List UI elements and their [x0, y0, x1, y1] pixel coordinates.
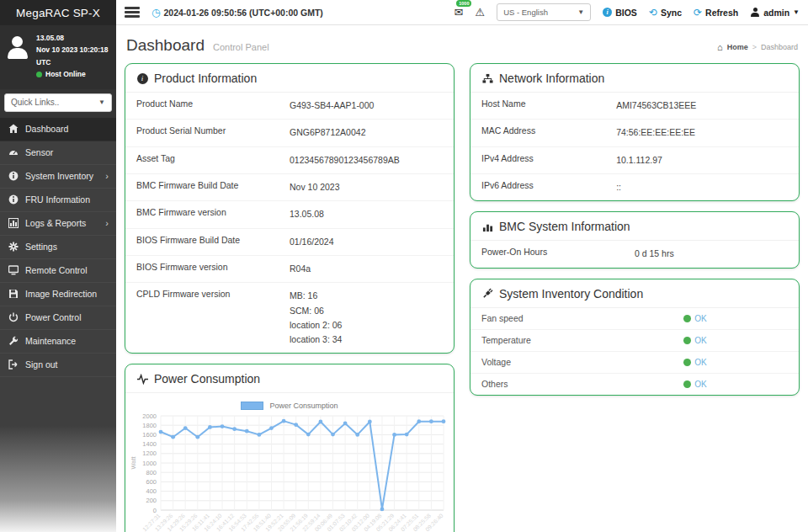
refresh-icon: ⟳	[694, 7, 702, 19]
info-icon	[8, 171, 19, 182]
info-icon	[8, 194, 19, 205]
row-label: Fan speed	[481, 313, 683, 323]
row-value: G493-SB4-AAP1-000	[290, 98, 443, 113]
chevron-right-icon: ›	[105, 171, 109, 181]
svg-text:1800: 1800	[142, 422, 157, 429]
status-badge: OK	[694, 336, 706, 345]
alerts-icon[interactable]: ⚠	[475, 6, 485, 19]
table-row: MAC Address74:56:EE:EE:EE:EE	[470, 120, 799, 146]
row-value: ::	[616, 180, 788, 194]
sidebar-item-label: Settings	[25, 242, 109, 252]
row-label: IPv6 Address	[481, 180, 616, 194]
table-row: TemperatureOK	[470, 330, 799, 352]
sitemap-icon	[481, 72, 493, 84]
panel-title: Power Consumption	[154, 372, 260, 386]
table-row: BMC Firmware Build DateNov 10 2023	[125, 174, 454, 201]
brand-title: MegaRAC SP-X	[0, 0, 116, 25]
row-value: 0 d 15 hrs	[635, 247, 788, 261]
sidebar-item-system-inventory[interactable]: System Inventory›	[0, 165, 116, 189]
home-icon: ⌂	[717, 42, 723, 52]
host-online-label: Host Online	[45, 68, 86, 80]
row-label: Power-On Hours	[481, 247, 635, 261]
status-badge: OK	[694, 380, 706, 389]
home-icon	[8, 124, 19, 135]
product-information-panel: i Product Information Product NameG493-S…	[125, 63, 454, 354]
sidebar-item-settings[interactable]: Settings	[0, 236, 116, 259]
sidebar-item-label: Maintenance	[25, 336, 109, 346]
sidebar-item-label: System Inventory	[25, 171, 105, 181]
bios-info-icon: i	[603, 8, 612, 17]
sidebar-item-label: Logs & Reports	[25, 218, 105, 228]
pulse-icon	[136, 373, 148, 385]
row-label: BIOS Firmware version	[136, 262, 290, 276]
messages-icon[interactable]: ✉ 1000	[454, 6, 464, 19]
row-label: Product Name	[136, 98, 290, 113]
sidebar-item-label: Power Control	[25, 312, 109, 322]
status-badge: OK	[694, 358, 706, 367]
svg-text:1600: 1600	[142, 431, 157, 439]
status-ok-dot	[683, 359, 691, 366]
legend-label: Power Consumption	[269, 402, 338, 410]
circle-info-icon: i	[136, 72, 148, 84]
sidebar-item-image-redirection[interactable]: Image Redirection	[0, 283, 116, 306]
menu-toggle-icon[interactable]	[125, 5, 140, 20]
breadcrumb-home[interactable]: Home	[727, 43, 748, 51]
plug-icon	[481, 288, 493, 300]
status-ok-dot	[683, 315, 691, 322]
row-label: Voltage	[481, 357, 683, 367]
sidebar-item-label: Image Redirection	[25, 289, 109, 299]
row-label: MAC Address	[481, 125, 616, 140]
sidebar-item-fru-information[interactable]: FRU Information	[0, 189, 116, 212]
row-label: Others	[481, 379, 683, 389]
sidebar-item-dashboard[interactable]: Dashboard	[0, 118, 116, 141]
sync-button[interactable]: ⟲ Sync	[649, 7, 682, 19]
disk-icon	[8, 289, 19, 300]
chart-legend[interactable]: Power Consumption	[127, 398, 452, 411]
row-value: GNG6P8712A0042	[290, 125, 443, 140]
svg-text:1000: 1000	[142, 460, 157, 467]
legend-swatch	[241, 402, 263, 410]
clock-icon: ◷	[152, 7, 160, 19]
firmware-version: 13.05.08	[36, 32, 111, 44]
system-inventory-condition-panel: System Inventory Condition Fan speedOKTe…	[470, 279, 800, 396]
user-icon	[750, 8, 760, 18]
row-value: AMI74563CB13EEE	[616, 98, 788, 113]
refresh-button[interactable]: ⟳ Refresh	[694, 7, 738, 19]
chart-svg: 020040060080010001200140016001800200012:…	[127, 411, 450, 532]
row-label: Temperature	[481, 335, 683, 345]
sidebar-item-label: Sensor	[25, 147, 109, 157]
sidebar-item-sensor[interactable]: Sensor	[0, 141, 116, 165]
sync-icon: ⟲	[649, 7, 657, 19]
user-name: admin	[763, 8, 789, 18]
sidebar-item-label: FRU Information	[25, 194, 109, 205]
page-title: Dashboard	[126, 36, 205, 55]
breadcrumb: ⌂ Home > Dashboard	[717, 42, 798, 52]
row-label: CPLD Firmware version	[136, 289, 290, 347]
status-badge: OK	[694, 314, 706, 323]
user-menu[interactable]: admin ▼	[750, 8, 800, 18]
sidebar-user-block: 13.05.08 Nov 10 2023 10:20:18 UTC Host O…	[0, 25, 116, 89]
sidebar-item-power-control[interactable]: Power Control	[0, 306, 116, 330]
bios-button[interactable]: i BIOS	[603, 8, 637, 18]
sidebar-item-sign-out[interactable]: Sign out	[0, 354, 116, 377]
sidebar-item-maintenance[interactable]: Maintenance	[0, 330, 116, 354]
sidebar-item-label: Dashboard	[25, 124, 109, 134]
table-row: IPv6 Address::	[470, 174, 799, 200]
wrench-icon	[8, 336, 19, 347]
sidebar-item-logs-reports[interactable]: Logs & Reports›	[0, 212, 116, 236]
bmc-system-information-panel: BMC System Information Power-On Hours0 d…	[470, 211, 800, 268]
table-row: VoltageOK	[470, 352, 799, 374]
sidebar-item-remote-control[interactable]: Remote Control	[0, 259, 116, 283]
gear-icon	[8, 242, 19, 253]
row-value: 10.1.112.97	[616, 153, 788, 168]
messages-badge: 1000	[456, 0, 471, 7]
language-select[interactable]: US - English ▼	[497, 3, 591, 21]
table-row: BMC Firmware version13.05.08	[125, 201, 454, 228]
table-row: CPLD Firmware versionMB: 16 SCM: 06 loca…	[125, 283, 454, 353]
row-value: R04a	[290, 262, 443, 276]
power-consumption-panel: Power Consumption Power Consumption 0200…	[125, 364, 454, 532]
quick-links-select[interactable]: Quick Links.. ▼	[4, 93, 112, 112]
language-value: US - English	[503, 8, 548, 17]
sidebar-item-label: Sign out	[25, 359, 109, 370]
table-row: Power-On Hours0 d 15 hrs	[470, 241, 799, 267]
